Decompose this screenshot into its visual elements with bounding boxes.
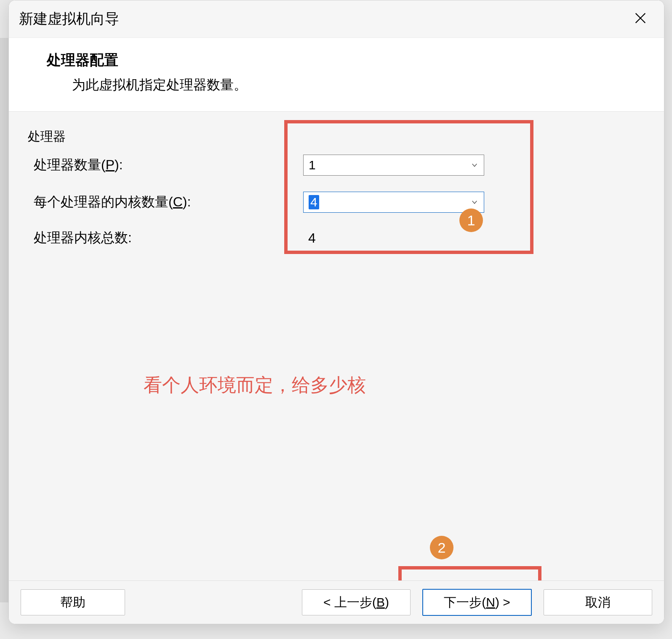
label-total-cores: 处理器内核总数:: [28, 229, 303, 247]
label-hotkey: C: [173, 194, 183, 209]
label-hotkey: P: [106, 157, 115, 172]
processor-count-select[interactable]: 1: [303, 155, 484, 176]
close-icon: [633, 11, 648, 27]
processor-group: 处理器 处理器数量(P): 1 每个处理器的内核数量(C): 4: [20, 122, 653, 274]
cores-per-processor-select[interactable]: 4: [303, 192, 484, 213]
label-text: ): [385, 595, 389, 609]
button-label: 下一步(N) >: [444, 594, 510, 611]
wizard-window: 新建虚拟机向导 处理器配置 为此虚拟机指定处理器数量。 处理器 处理器数量(P)…: [8, 0, 664, 624]
wizard-footer: 帮助 < 上一步(B) 下一步(N) > 取消: [9, 580, 664, 624]
label-text: ):: [183, 194, 191, 209]
annotation-badge-2: 2: [430, 536, 453, 559]
label-hotkey: B: [376, 595, 385, 609]
wizard-body: 处理器 处理器数量(P): 1 每个处理器的内核数量(C): 4: [9, 112, 664, 580]
group-legend: 处理器: [28, 126, 645, 145]
button-label: 取消: [585, 594, 611, 611]
back-button[interactable]: < 上一步(B): [302, 589, 411, 615]
row-processor-count: 处理器数量(P): 1: [28, 155, 645, 176]
chevron-down-icon: [470, 198, 479, 206]
page-title: 处理器配置: [47, 51, 647, 70]
window-title: 新建虚拟机向导: [19, 9, 119, 29]
label-text: 每个处理器的内核数量(: [34, 194, 173, 209]
next-button[interactable]: 下一步(N) >: [422, 589, 532, 616]
select-value: 1: [309, 158, 316, 172]
close-button[interactable]: [629, 7, 652, 31]
label-hotkey: N: [486, 595, 495, 609]
titlebar: 新建虚拟机向导: [9, 0, 664, 38]
label-text: < 上一步(: [323, 595, 376, 609]
total-cores-value: 4: [303, 230, 489, 246]
button-label: 帮助: [60, 594, 85, 611]
select-value: 4: [309, 195, 319, 209]
chevron-down-icon: [470, 161, 479, 169]
page-subtitle: 为此虚拟机指定处理器数量。: [72, 76, 647, 94]
row-total-cores: 处理器内核总数: 4: [28, 229, 645, 247]
label-text: 下一步(: [444, 595, 486, 609]
label-text: 处理器数量(: [34, 157, 106, 172]
label-text: ):: [115, 157, 123, 172]
row-cores-per-processor: 每个处理器的内核数量(C): 4: [28, 192, 645, 213]
wizard-header: 处理器配置 为此虚拟机指定处理器数量。: [9, 38, 664, 112]
label-processor-count: 处理器数量(P):: [28, 156, 303, 174]
annotation-hint: 看个人环境而定，给多少核: [144, 373, 366, 398]
help-button[interactable]: 帮助: [21, 589, 125, 615]
label-cores-per-processor: 每个处理器的内核数量(C):: [28, 193, 303, 211]
cancel-button[interactable]: 取消: [544, 589, 652, 615]
button-label: < 上一步(B): [323, 594, 389, 611]
label-text: ) >: [495, 595, 510, 609]
